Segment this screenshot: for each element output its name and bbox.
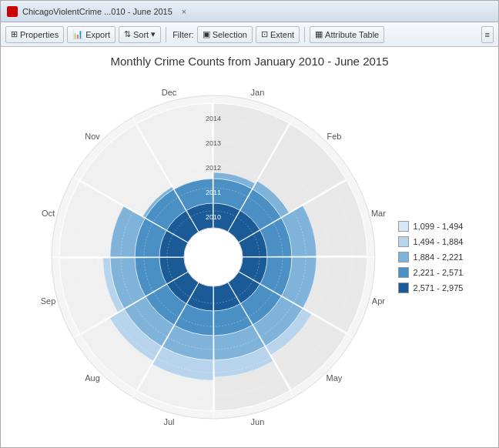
legend-item-1: 1,099 - 1,494 — [398, 221, 464, 232]
svg-text:Apr: Apr — [371, 296, 384, 306]
svg-text:May: May — [326, 373, 342, 382]
legend-swatch-1 — [398, 221, 409, 232]
svg-text:Jul: Jul — [163, 417, 174, 426]
svg-text:2013: 2013 — [206, 139, 221, 147]
chart-title: Monthly Crime Counts from January 2010 -… — [110, 55, 388, 68]
chart-area: 20102011201220132014JanFebMarAprMayJunJu… — [8, 74, 491, 440]
export-button[interactable]: 📊 Export — [67, 26, 116, 43]
view-toggle-button[interactable]: ≡ — [481, 26, 494, 43]
svg-text:Jun: Jun — [250, 417, 264, 426]
legend-label-1: 1,099 - 1,494 — [414, 222, 464, 231]
legend-item-3: 1,884 - 2,221 — [398, 252, 464, 262]
extent-icon: ⊡ — [261, 29, 268, 39]
close-button[interactable]: × — [182, 7, 186, 16]
svg-text:2011: 2011 — [206, 189, 221, 196]
toolbar: ⊞ Properties 📊 Export ⇅ Sort ▾ Filter: ▣… — [1, 22, 498, 47]
svg-text:2014: 2014 — [206, 115, 221, 122]
sort-label: Sort — [133, 30, 149, 39]
properties-icon: ⊞ — [11, 29, 18, 39]
legend-swatch-3 — [398, 252, 409, 262]
polar-chart-container: 20102011201220132014JanFebMarAprMayJunJu… — [36, 80, 390, 434]
sort-button[interactable]: ⇅ Sort ▾ — [119, 26, 161, 43]
legend-label-2: 1,494 - 1,884 — [414, 237, 464, 246]
export-label: Export — [85, 30, 110, 39]
svg-text:Aug: Aug — [85, 373, 100, 382]
svg-text:Mar: Mar — [371, 208, 386, 217]
legend-label-3: 1,884 - 2,221 — [414, 252, 464, 262]
export-icon: 📊 — [72, 29, 83, 39]
properties-button[interactable]: ⊞ Properties — [5, 26, 64, 43]
sort-dropdown-icon: ▾ — [151, 29, 156, 39]
title-bar: ChicagoViolentCrime ...010 - June 2015 × — [1, 1, 498, 22]
main-window: ChicagoViolentCrime ...010 - June 2015 ×… — [0, 0, 499, 448]
svg-text:Dec: Dec — [161, 87, 176, 96]
legend-swatch-2 — [398, 236, 409, 247]
sort-icon: ⇅ — [124, 29, 131, 39]
polar-chart-svg: 20102011201220132014JanFebMarAprMayJunJu… — [36, 80, 390, 434]
toolbar-right: ≡ — [481, 26, 494, 43]
svg-text:Oct: Oct — [42, 208, 55, 217]
svg-text:Nov: Nov — [85, 132, 100, 141]
attribute-table-icon: ▦ — [315, 29, 323, 39]
title-bar-left: ChicagoViolentCrime ...010 - June 2015 × — [7, 6, 186, 17]
legend-swatch-4 — [398, 267, 409, 278]
legend-item-2: 1,494 - 1,884 — [398, 236, 464, 247]
svg-text:Jan: Jan — [250, 87, 264, 96]
extent-button[interactable]: ⊡ Extent — [256, 26, 300, 43]
separator-1 — [166, 27, 166, 42]
selection-icon: ▣ — [203, 29, 210, 39]
legend-label-5: 2,571 - 2,975 — [414, 283, 464, 293]
window-icon — [7, 6, 18, 17]
attribute-table-button[interactable]: ▦ Attribute Table — [310, 26, 384, 43]
content-area: Monthly Crime Counts from January 2010 -… — [1, 47, 498, 447]
svg-text:2010: 2010 — [206, 213, 221, 221]
svg-point-20 — [184, 228, 243, 286]
window-title: ChicagoViolentCrime ...010 - June 2015 — [22, 7, 172, 16]
separator-2 — [304, 27, 305, 42]
legend-item-4: 2,221 - 2,571 — [398, 267, 464, 278]
legend: 1,099 - 1,494 1,494 - 1,884 1,884 - 2,22… — [398, 221, 464, 293]
svg-text:2012: 2012 — [206, 164, 221, 172]
filter-label: Filter: — [172, 30, 194, 39]
svg-text:Sep: Sep — [40, 296, 55, 306]
filter-text: Filter: — [172, 30, 194, 39]
svg-text:Feb: Feb — [327, 132, 341, 141]
attribute-table-label: Attribute Table — [325, 30, 379, 39]
legend-label-4: 2,221 - 2,571 — [414, 268, 464, 277]
selection-label: Selection — [213, 30, 247, 39]
selection-button[interactable]: ▣ Selection — [197, 26, 253, 43]
extent-label: Extent — [270, 30, 294, 39]
legend-item-5: 2,571 - 2,975 — [398, 283, 464, 293]
legend-swatch-5 — [398, 283, 409, 293]
properties-label: Properties — [20, 30, 59, 39]
